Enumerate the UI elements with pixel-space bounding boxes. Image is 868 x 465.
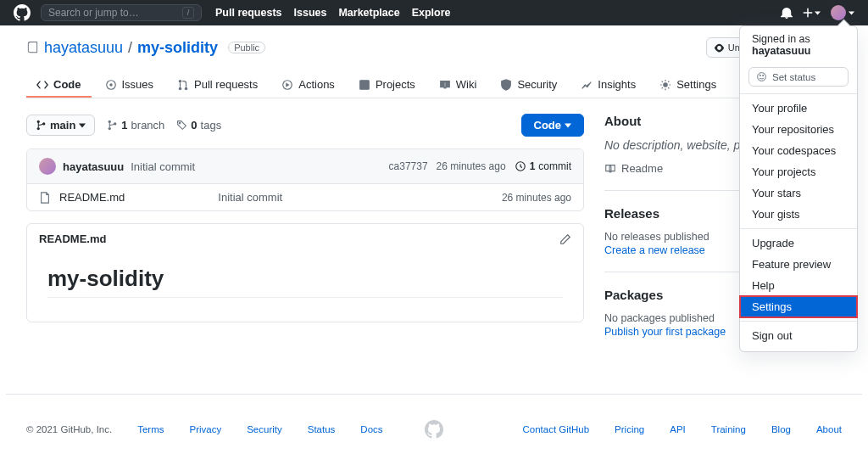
tab-code[interactable]: Code <box>26 73 92 98</box>
tab-pulls[interactable]: Pull requests <box>167 73 268 98</box>
footer-privacy[interactable]: Privacy <box>189 424 221 434</box>
footer-security[interactable]: Security <box>247 424 282 434</box>
svg-point-7 <box>664 82 667 86</box>
menu-your-codespaces[interactable]: Your codespaces <box>740 140 857 161</box>
tab-security[interactable]: Security <box>490 73 567 98</box>
readme-filename: README.md <box>39 232 106 245</box>
nav-pulls[interactable]: Pull requests <box>215 7 282 19</box>
tab-actions[interactable]: Actions <box>271 73 345 98</box>
nav-explore[interactable]: Explore <box>412 7 451 19</box>
tab-issues[interactable]: Issues <box>95 73 164 98</box>
signed-in-label: Signed in as hayatasuuu <box>740 26 857 64</box>
readme-box: README.md my-solidity <box>26 223 584 322</box>
footer-status[interactable]: Status <box>308 424 336 434</box>
svg-point-14 <box>180 122 181 124</box>
svg-point-17 <box>760 75 760 76</box>
github-mark-icon[interactable] <box>425 420 443 439</box>
repo-owner-link[interactable]: hayatasuuu <box>44 39 123 57</box>
commit-author[interactable]: hayatasuuu <box>63 160 124 173</box>
menu-your-profile[interactable]: Your profile <box>740 98 857 119</box>
svg-point-16 <box>758 73 766 81</box>
readme-heading: my-solidity <box>47 266 563 298</box>
github-logo-icon[interactable] <box>14 4 31 21</box>
copyright: © 2021 GitHub, Inc. <box>26 424 112 434</box>
code-download-button[interactable]: Code <box>521 114 585 137</box>
footer-about[interactable]: About <box>816 424 842 434</box>
footer-contact[interactable]: Contact GitHub <box>522 424 589 434</box>
footer-terms[interactable]: Terms <box>137 424 164 434</box>
user-menu-dropdown: Signed in as hayatasuuu Set status Your … <box>739 25 858 352</box>
menu-your-projects[interactable]: Your projects <box>740 161 857 182</box>
svg-point-11 <box>108 120 111 123</box>
commit-sha[interactable]: ca37737 <box>389 160 428 172</box>
svg-point-8 <box>37 120 40 123</box>
file-commit-msg[interactable]: Initial commit <box>218 191 493 204</box>
menu-feature-preview[interactable]: Feature preview <box>740 254 857 275</box>
file-list: hayatasuuu Initial commit ca37737 26 min… <box>26 148 584 211</box>
latest-commit-row: hayatasuuu Initial commit ca37737 26 min… <box>27 149 583 184</box>
tab-wiki[interactable]: Wiki <box>429 73 487 98</box>
footer-docs[interactable]: Docs <box>360 424 382 434</box>
footer-api[interactable]: API <box>670 424 686 434</box>
menu-your-stars[interactable]: Your stars <box>740 182 857 204</box>
menu-upgrade[interactable]: Upgrade <box>740 232 857 254</box>
repo-header: hayatasuuu / my-solidity Public Unwatch … <box>26 25 842 58</box>
notifications-icon[interactable] <box>781 7 793 19</box>
commit-time: 26 minutes ago <box>437 160 506 172</box>
file-icon <box>39 192 51 204</box>
svg-point-18 <box>763 75 764 76</box>
svg-point-12 <box>108 127 111 130</box>
svg-point-4 <box>185 87 188 90</box>
footer-blog[interactable]: Blog <box>771 424 791 434</box>
svg-point-3 <box>179 87 182 90</box>
menu-help[interactable]: Help <box>740 275 857 296</box>
menu-your-repositories[interactable]: Your repositories <box>740 119 857 140</box>
commit-author-avatar[interactable] <box>39 158 56 175</box>
file-time: 26 minutes ago <box>502 192 571 204</box>
search-input[interactable]: Search or jump to… / <box>41 4 202 21</box>
global-nav: Pull requests Issues Marketplace Explore <box>215 7 451 19</box>
svg-point-2 <box>179 79 182 82</box>
file-toolbar: main 1 branch 0 tags Code <box>26 114 584 137</box>
file-row[interactable]: README.md Initial commit 26 minutes ago <box>27 184 583 210</box>
menu-your-gists[interactable]: Your gists <box>740 204 857 225</box>
repo-icon <box>26 42 39 54</box>
repo-tabs: Code Issues Pull requests Actions Projec… <box>26 73 842 98</box>
visibility-badge: Public <box>228 42 265 53</box>
file-name[interactable]: README.md <box>59 191 125 204</box>
nav-issues[interactable]: Issues <box>294 7 327 19</box>
set-status-button[interactable]: Set status <box>748 67 849 87</box>
footer-pricing[interactable]: Pricing <box>615 424 644 434</box>
tab-insights[interactable]: Insights <box>570 73 646 98</box>
search-placeholder: Search or jump to… <box>48 7 139 19</box>
tab-settings[interactable]: Settings <box>649 73 726 98</box>
svg-point-1 <box>109 83 113 87</box>
branches-link[interactable]: 1 branch <box>107 119 164 132</box>
edit-readme-icon[interactable] <box>559 233 571 245</box>
menu-settings[interactable]: Settings <box>740 296 857 317</box>
repo-main: main 1 branch 0 tags Code hayatasuuu Ini… <box>26 114 584 368</box>
global-header: Search or jump to… / Pull requests Issue… <box>0 0 868 25</box>
add-menu-icon[interactable] <box>803 8 821 18</box>
footer-training[interactable]: Training <box>711 424 746 434</box>
tags-link[interactable]: 0 tags <box>176 119 221 132</box>
svg-point-9 <box>37 127 40 130</box>
user-avatar-button[interactable] <box>831 5 854 20</box>
site-footer: © 2021 GitHub, Inc. Terms Privacy Securi… <box>6 394 862 439</box>
nav-marketplace[interactable]: Marketplace <box>338 7 399 19</box>
commit-count[interactable]: 1 commit <box>515 160 571 172</box>
slash-key-icon: / <box>182 7 194 19</box>
tab-projects[interactable]: Projects <box>348 73 426 98</box>
commit-message[interactable]: Initial commit <box>131 160 195 173</box>
menu-sign-out[interactable]: Sign out <box>740 325 857 346</box>
repo-name-link[interactable]: my-solidity <box>137 39 218 57</box>
branch-select[interactable]: main <box>26 115 95 136</box>
